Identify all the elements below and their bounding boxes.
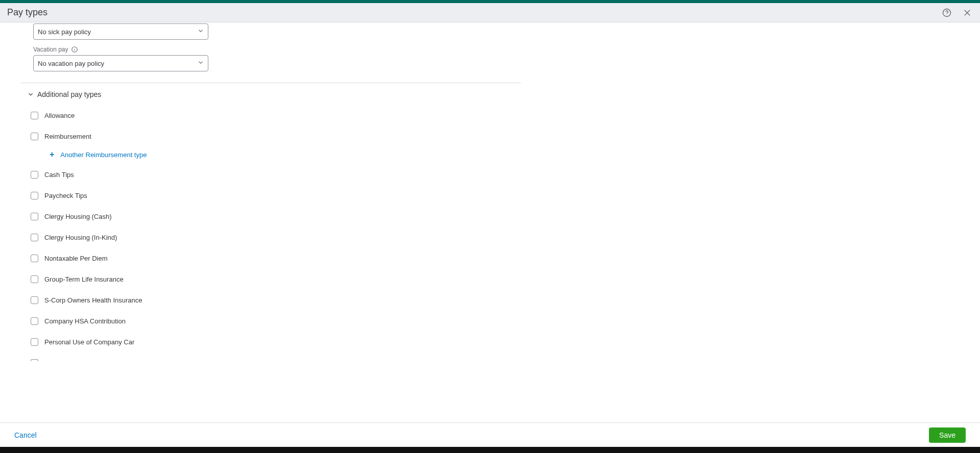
cancel-button[interactable]: Cancel <box>14 431 37 439</box>
paytype-nontax-perdiem[interactable]: Nontaxable Per Diem <box>31 255 521 262</box>
label-scorp-health: S-Corp Owners Health Insurance <box>44 296 142 304</box>
info-icon[interactable] <box>71 46 78 53</box>
page-title: Pay types <box>7 7 47 18</box>
help-icon <box>942 8 951 17</box>
checkbox-clergy-cash[interactable] <box>31 213 38 220</box>
checkbox-paycheck-tips[interactable] <box>31 192 38 199</box>
label-clergy-cash: Clergy Housing (Cash) <box>44 213 112 220</box>
chevron-down-icon <box>27 91 34 98</box>
section-divider <box>21 83 521 83</box>
checkbox-scorp-health[interactable] <box>31 296 38 304</box>
checkbox-allowance[interactable] <box>31 112 38 119</box>
svg-point-1 <box>947 14 947 15</box>
svg-point-0 <box>943 9 951 16</box>
paytype-next-partial[interactable] <box>31 359 521 361</box>
label-personal-car: Personal Use of Company Car <box>44 338 134 346</box>
paytype-scorp-health[interactable]: S-Corp Owners Health Insurance <box>31 296 521 304</box>
page-footer: Cancel Save <box>0 422 980 447</box>
vacation-pay-value: No vacation pay policy <box>33 55 208 71</box>
os-taskbar-strip <box>0 447 980 453</box>
sick-pay-select[interactable]: No sick pay policy <box>33 23 208 40</box>
help-button[interactable] <box>941 7 952 18</box>
label-clergy-inkind: Clergy Housing (In-Kind) <box>44 234 117 241</box>
vacation-pay-label: Vacation pay <box>33 46 68 53</box>
paytype-company-hsa[interactable]: Company HSA Contribution <box>31 317 521 325</box>
label-paycheck-tips: Paycheck Tips <box>44 192 87 199</box>
vacation-pay-label-row: Vacation pay <box>33 46 521 53</box>
close-button[interactable] <box>962 7 973 18</box>
checkbox-clergy-inkind[interactable] <box>31 234 38 241</box>
checkbox-next-partial[interactable] <box>31 359 38 361</box>
form-column: No sick pay policy Vacation pay No vacat… <box>0 22 521 361</box>
label-group-term-life: Group-Term Life Insurance <box>44 275 124 283</box>
paytype-clergy-inkind[interactable]: Clergy Housing (In-Kind) <box>31 234 521 241</box>
paytype-allowance[interactable]: Allowance <box>31 112 521 119</box>
section-title: Additional pay types <box>37 90 101 98</box>
header-actions <box>941 7 973 18</box>
label-reimbursement: Reimbursement <box>44 133 91 140</box>
plus-icon: + <box>50 150 54 159</box>
label-company-hsa: Company HSA Contribution <box>44 317 126 325</box>
sick-pay-value: No sick pay policy <box>33 23 208 40</box>
paytype-reimbursement[interactable]: Reimbursement <box>31 133 521 140</box>
content-wrapper: No sick pay policy Vacation pay No vacat… <box>0 22 980 422</box>
paytype-personal-car[interactable]: Personal Use of Company Car <box>31 338 521 346</box>
checkbox-personal-car[interactable] <box>31 338 38 346</box>
vacation-pay-select[interactable]: No vacation pay policy <box>33 55 208 71</box>
paytype-paycheck-tips[interactable]: Paycheck Tips <box>31 192 521 199</box>
checkbox-group-term-life[interactable] <box>31 275 38 283</box>
checkbox-company-hsa[interactable] <box>31 317 38 325</box>
label-allowance: Allowance <box>44 112 75 119</box>
page-header: Pay types <box>0 3 980 22</box>
scroll-area[interactable]: No sick pay policy Vacation pay No vacat… <box>0 22 980 422</box>
checkbox-nontax-perdiem[interactable] <box>31 255 38 262</box>
label-nontax-perdiem: Nontaxable Per Diem <box>44 255 108 262</box>
checkbox-cash-tips[interactable] <box>31 171 38 179</box>
paytype-cash-tips[interactable]: Cash Tips <box>31 171 521 179</box>
add-reimbursement-label: Another Reimbursement type <box>60 151 147 159</box>
checkbox-reimbursement[interactable] <box>31 133 38 140</box>
svg-point-6 <box>74 48 75 48</box>
add-reimbursement-type[interactable]: + Another Reimbursement type <box>50 150 521 159</box>
section-additional-pay-types[interactable]: Additional pay types <box>27 90 521 98</box>
paytype-group-term-life[interactable]: Group-Term Life Insurance <box>31 275 521 283</box>
label-cash-tips: Cash Tips <box>44 171 74 179</box>
save-button[interactable]: Save <box>929 427 966 443</box>
paytype-clergy-cash[interactable]: Clergy Housing (Cash) <box>31 213 521 220</box>
close-icon <box>963 8 972 17</box>
